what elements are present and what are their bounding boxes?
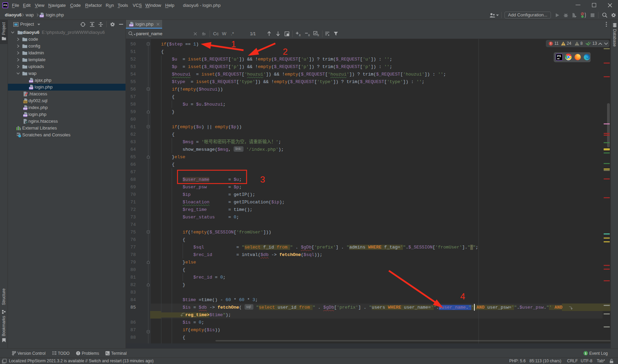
svg-text:1: 1 [585, 352, 587, 355]
svg-text:?: ? [26, 121, 28, 124]
svg-text:II: II [317, 33, 319, 37]
svg-text:SQL: SQL [23, 100, 28, 103]
svg-text:II: II [299, 33, 301, 37]
svg-text:II: II [308, 33, 310, 37]
